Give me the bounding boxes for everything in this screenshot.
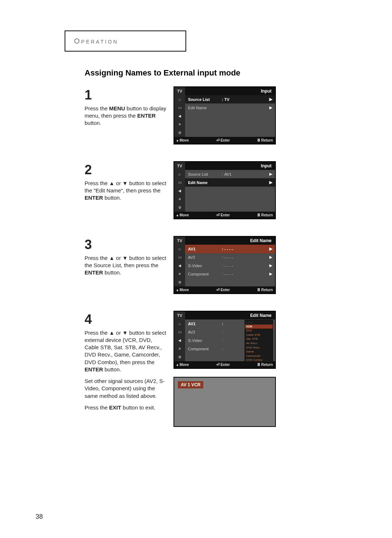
t: Press the ▲ or ▼ button to select the So… [85,255,166,268]
enter-icon: ⏎ [216,288,220,292]
source-component[interactable]: Component : - - - - ▶ [185,270,275,278]
step-4-number: 4 [85,311,167,329]
t: ENTER [85,195,103,201]
return-icon: Ⅲ [257,138,260,143]
t: button to exit. [121,404,155,411]
popup-item[interactable]: DVD Recv. [245,346,273,350]
popup-item[interactable]: Game [245,350,273,354]
source-av1[interactable]: AV1 : - - - - ▶ [185,245,275,253]
osd-tv-label: TV [174,162,185,170]
source-svideo[interactable]: S-Video : - - - - ▶ [185,261,275,270]
val: - - - - [224,272,267,276]
osd-sidebar [174,95,185,137]
popup-item[interactable]: Cable STB [245,333,273,337]
t: ENTER [137,113,156,119]
input-icon [174,245,185,253]
chevron-right-icon: ▶ [267,263,272,268]
val: - - - - [224,247,267,251]
chevron-right-icon: ▶ [267,272,272,276]
picture-icon [174,103,185,112]
osd-sidebar [174,245,185,286]
foot-return: Return [261,363,273,367]
sound-icon [174,187,185,195]
popup-item[interactable]: DVD [245,329,273,333]
enter-icon: ⏎ [216,213,220,217]
t: ENTER [85,366,103,372]
foot-move: Move [180,213,189,217]
popup-item[interactable]: DVD Combo [245,358,273,362]
chevron-right-icon: ▶ [267,180,272,185]
sound-icon [174,112,185,120]
input-icon [174,319,185,328]
sep: : [221,338,224,343]
val: - - - - [224,255,267,260]
label: Source List [188,97,221,102]
osd-footer: ♦Move ⏎Enter ⅢReturn [174,286,275,293]
foot-return: Return [261,213,273,217]
foot-enter: Enter [221,213,230,217]
menu-item-edit-name[interactable]: Edit Name ▶ [185,103,275,112]
osd-screen-2: TV Input Source List : AV1 ▶ [173,161,276,219]
section-header-text: Operation [74,37,118,45]
osd-footer: ♦Move ⏎Enter ⅢReturn [174,137,275,144]
osd-sidebar [174,170,185,212]
channel-icon [174,270,185,278]
osd-screen-4: TV Edit Name AV1 : [173,311,276,369]
popup-item-vcr[interactable]: VCR [245,325,273,329]
input-icon [174,95,185,103]
sep: : [221,172,224,176]
setup-icon [174,203,185,212]
osd-tv-label: TV [174,237,185,245]
result-label: AV 1 VCR [178,381,203,388]
t: Press the ▲ or ▼ button to select the "E… [85,180,166,193]
source-av2[interactable]: AV2 : - - - - ▶ [185,253,275,261]
step-4: 4 Press the ▲ or ▼ button to select exte… [85,311,356,427]
return-icon: Ⅲ [257,288,260,292]
popup-header: - - - - [245,320,273,325]
label: Component [188,347,221,351]
foot-move: Move [180,288,189,292]
sep: : [221,264,224,268]
chevron-right-icon: ▶ [267,255,272,260]
osd-tv-label: TV [174,87,185,95]
picture-icon [174,328,185,336]
page-title: Assigning Names to External input mode [85,68,356,78]
osd-sidebar [174,319,185,361]
sep: : [221,97,224,102]
step-3-number: 3 [85,236,167,254]
sound-icon [174,336,185,345]
foot-return: Return [261,138,273,142]
popup-item[interactable]: AV Recv. [245,341,273,346]
t: Press the [85,105,109,111]
popup-item[interactable]: Sat. STB [245,337,273,341]
osd-title: Input [185,162,275,170]
enter-icon: ⏎ [216,138,220,143]
step-4-text: 4 Press the ▲ or ▼ button to select exte… [85,311,173,427]
sep: : [221,247,224,251]
step-2: 2 Press the ▲ or ▼ button to select the … [85,161,356,219]
popup-item[interactable]: Camcorder [245,354,273,358]
menu-item-source-list[interactable]: Source List : TV ▶ [185,95,275,103]
updown-icon: ♦ [176,363,179,367]
foot-move: Move [180,138,189,142]
chevron-right-icon: ▶ [267,246,272,251]
section-header: Operation [65,30,186,52]
osd-screen-1: TV Input Source List : TV ▶ [173,86,276,144]
osd-title: Edit Name [185,311,275,319]
channel-icon [174,120,185,129]
menu-item-edit-name[interactable]: Edit Name ▶ [185,178,275,187]
t: MENU [109,105,125,111]
val: - - - - [224,264,267,268]
t: EXIT [109,404,121,411]
label: AV2 [188,330,221,334]
menu-item-source-list[interactable]: Source List : AV1 ▶ [185,170,275,178]
setup-icon [174,278,185,286]
updown-icon: ♦ [176,138,179,143]
t: button. [103,269,121,276]
page-number: 38 [36,513,43,521]
label: AV1 [188,322,221,326]
step-2-text: 2 Press the ▲ or ▼ button to select the … [85,161,173,219]
result-preview: AV 1 VCR [173,377,276,427]
device-name-popup[interactable]: - - - - VCR DVD Cable STB Sat. STB AV Re… [245,320,273,363]
sep: : [221,347,224,351]
